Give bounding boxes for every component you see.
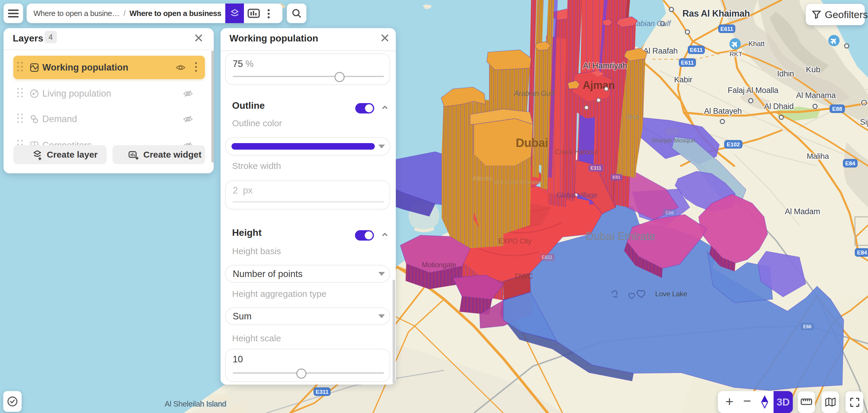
svg-text:E611: E611 [681, 60, 694, 66]
svg-text:Al Dhaid: Al Dhaid [764, 102, 794, 111]
svg-text:Khatt: Khatt [748, 40, 765, 48]
svg-text:SHJ: SHJ [627, 114, 638, 120]
svg-text:O: O [861, 98, 867, 107]
svg-text:E611: E611 [720, 26, 733, 32]
svg-text:Ajman: Ajman [583, 79, 615, 91]
svg-text:Idhin: Idhin [777, 69, 794, 78]
svg-text:E102: E102 [727, 141, 740, 148]
svg-text:E311: E311 [316, 389, 329, 395]
svg-text:Al Madam: Al Madam [785, 207, 820, 216]
svg-text:DWC: DWC [515, 272, 533, 281]
svg-text:Ras Al Khaimah: Ras Al Khaimah [682, 8, 750, 19]
svg-text:E66: E66 [665, 210, 674, 215]
svg-text:Al Raafah: Al Raafah [643, 47, 678, 55]
svg-text:Kub: Kub [806, 65, 820, 74]
svg-text:RKT: RKT [730, 50, 742, 58]
svg-text:Global Village: Global Village [557, 191, 597, 199]
svg-text:Motiongate: Motiongate [422, 261, 456, 269]
svg-text:E84: E84 [845, 160, 855, 167]
svg-text:Sij: Sij [860, 118, 868, 126]
svg-text:Love Lake: Love Lake [655, 290, 687, 298]
svg-text:Maliha: Maliha [807, 152, 829, 160]
svg-text:E611: E611 [690, 47, 703, 53]
svg-text:Arabian Gulf: Arabian Gulf [513, 89, 555, 97]
svg-text:E611: E611 [542, 255, 553, 260]
svg-text:Al Manama: Al Manama [796, 91, 836, 100]
svg-text:E66: E66 [803, 324, 812, 329]
svg-text:E88: E88 [832, 106, 842, 112]
svg-text:Mall of the Emirates: Mall of the Emirates [494, 179, 541, 185]
svg-text:Atlantis: Atlantis [472, 175, 492, 182]
svg-text:Dubai: Dubai [516, 136, 548, 149]
svg-text:Falaj Al Moalla: Falaj Al Moalla [728, 86, 779, 95]
svg-text:Kabir: Kabir [674, 75, 692, 84]
svg-text:Al Hamriyah: Al Hamriyah [583, 61, 627, 70]
svg-text:Creek Harbour: Creek Harbour [555, 148, 598, 156]
svg-text:E51: E51 [613, 175, 621, 180]
svg-text:EXPO City: EXPO City [498, 237, 531, 245]
svg-text:E84: E84 [857, 249, 867, 256]
svg-text:E311: E311 [591, 166, 601, 171]
svg-text:Al Sheleilah Island: Al Sheleilah Island [164, 400, 226, 408]
svg-text:Sharjah Mosque: Sharjah Mosque [651, 137, 695, 144]
svg-text:Dubai Emirate: Dubai Emirate [586, 230, 655, 242]
svg-text:Al Batayeh: Al Batayeh [704, 107, 742, 116]
